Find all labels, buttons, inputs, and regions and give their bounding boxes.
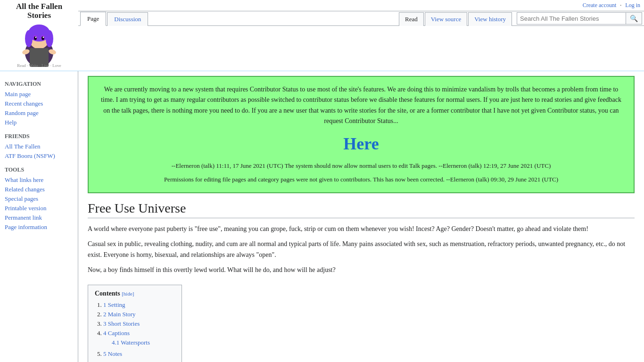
tools-list: What links here Related changes Special … <box>2 175 76 232</box>
tab-bar: Page Discussion Read View source View hi… <box>78 11 644 26</box>
notice-log1: --Elerneron (talk) 11:11, 17 June 2021 (… <box>98 161 624 171</box>
log-in-link[interactable]: Log in <box>625 2 640 9</box>
main-content: We are currently moving to a new system … <box>78 71 644 362</box>
sidebar-item-printable-version[interactable]: Printable version <box>2 204 76 213</box>
logo-image <box>16 20 63 67</box>
toc-item-4-1: 4.1 Watersports <box>112 338 175 347</box>
sidebar-item-main-page[interactable]: Main page <box>2 90 76 99</box>
svg-point-9 <box>35 37 37 38</box>
notice-log2: Permissions for editing file pages and c… <box>98 175 624 185</box>
page-para1: A world where everyone past puberty is "… <box>88 224 635 234</box>
toc-title: Contents [hide] <box>95 290 175 297</box>
toc-list: 1 Setting 2 Main Story 3 Short Stories 4… <box>95 300 175 359</box>
page-para3: Now, a boy finds himself in this overtly… <box>88 265 635 275</box>
nav-heading: Navigation <box>5 81 76 88</box>
svg-point-10 <box>43 37 44 38</box>
sidebar-item-related-changes[interactable]: Related changes <box>2 185 76 194</box>
search-box[interactable]: 🔍 <box>517 12 642 25</box>
svg-point-3 <box>25 30 33 47</box>
toc-sublist: 4.1 Watersports <box>103 338 175 347</box>
right-tabs: Read View source View history 🔍 <box>399 11 644 25</box>
search-button[interactable]: 🔍 <box>626 13 642 24</box>
tab-page[interactable]: Page <box>80 12 106 26</box>
toc-item-1: 1 Setting <box>103 300 175 310</box>
sidebar-item-special-pages[interactable]: Special pages <box>2 194 76 204</box>
sidebar-item-random-page[interactable]: Random page <box>2 108 76 118</box>
logo-watermark: Read · Write · Live · Love <box>11 63 67 68</box>
toc-item-2: 2 Main Story <box>103 310 175 319</box>
logo-title: All the Fallen Stories <box>11 2 67 20</box>
page-para2: Casual sex in public, revealing clothing… <box>88 239 635 260</box>
sidebar-item-permanent-link[interactable]: Permanent link <box>2 213 76 222</box>
search-input[interactable] <box>517 13 626 24</box>
create-account-link[interactable]: Create account <box>583 2 617 9</box>
sidebar: Navigation Main page Recent changes Rand… <box>0 71 78 362</box>
tab-read[interactable]: Read <box>399 12 424 26</box>
notice-body: We are currently moving to a new system … <box>98 84 624 127</box>
tab-view-source[interactable]: View source <box>425 12 468 26</box>
user-links-bar: Create account · Log in <box>78 0 644 11</box>
sidebar-item-atf-booru[interactable]: ATF Booru (NSFW) <box>2 151 76 161</box>
table-of-contents: Contents [hide] 1 Setting 2 Main Story 3… <box>88 285 182 362</box>
toc-item-3: 3 Short Stories <box>103 319 175 329</box>
sidebar-item-what-links-here[interactable]: What links here <box>2 175 76 185</box>
tab-view-history[interactable]: View history <box>468 12 512 26</box>
nav-list: Main page Recent changes Random page Hel… <box>2 90 76 127</box>
sidebar-item-all-the-fallen[interactable]: All The Fallen <box>2 142 76 151</box>
toc-item-5: 5 Notes <box>103 349 175 359</box>
notice-box: We are currently moving to a new system … <box>88 76 635 193</box>
here-link[interactable]: Here <box>98 131 624 158</box>
toc-hide-link[interactable]: [hide] <box>122 291 134 296</box>
tab-discussion[interactable]: Discussion <box>107 12 148 26</box>
sidebar-item-page-information[interactable]: Page information <box>2 222 76 232</box>
friends-list: All The Fallen ATF Booru (NSFW) <box>2 142 76 161</box>
sidebar-item-recent-changes[interactable]: Recent changes <box>2 99 76 108</box>
page-title: Free Use Universe <box>88 201 635 218</box>
tools-heading: Tools <box>5 166 76 173</box>
svg-point-4 <box>46 30 53 47</box>
friends-heading: Friends <box>5 133 76 140</box>
logo-area: All the Fallen Stories <box>0 0 78 71</box>
sidebar-item-help[interactable]: Help <box>2 118 76 127</box>
toc-item-4: 4 Captions 4.1 Watersports <box>103 329 175 349</box>
